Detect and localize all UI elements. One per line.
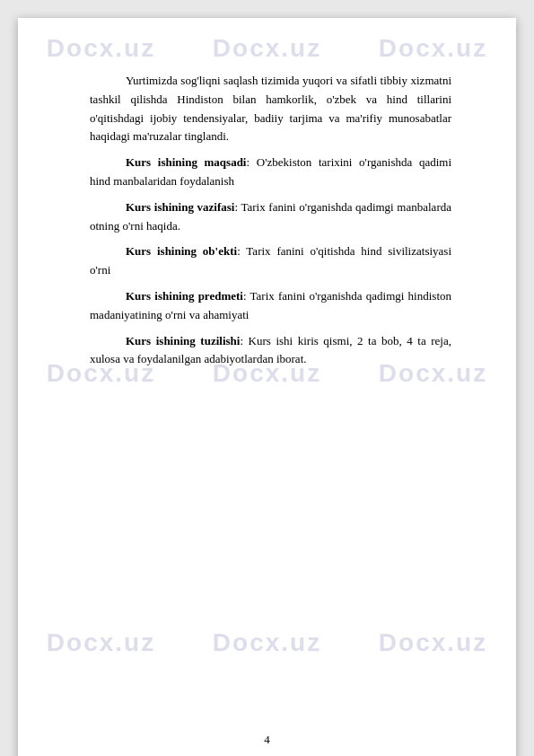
tuzilish-label: Kurs ishining tuzilishi xyxy=(126,334,240,347)
intro-text: Yurtimizda sog'liqni saqlash tizimida yu… xyxy=(90,74,451,143)
maqsad-label: Kurs ishining maqsadi xyxy=(126,155,247,169)
predmet-label: Kurs ishining predmeti xyxy=(126,289,243,303)
watermark-row-top: Docx.uz Docx.uz Docx.uz xyxy=(18,34,516,63)
obekt-label: Kurs ishining ob'ekti xyxy=(126,244,237,258)
vazifa-paragraph: Kurs ishining vazifasi: Tarix fanini o'r… xyxy=(90,198,451,236)
watermark-bot-1: Docx.uz xyxy=(47,629,155,657)
maqsad-paragraph: Kurs ishining maqsadi: O'zbekiston tarix… xyxy=(90,154,451,191)
watermark-bot-2: Docx.uz xyxy=(213,629,321,657)
obekt-paragraph: Kurs ishining ob'ekti: Tarix fanini o'qi… xyxy=(90,242,451,280)
watermark-bot-3: Docx.uz xyxy=(379,629,487,657)
watermark-top-1: Docx.uz xyxy=(47,34,155,63)
page-content: Yurtimizda sog'liqni saqlash tizimida yu… xyxy=(90,72,451,369)
vazifa-label: Kurs ishining vazifasi xyxy=(126,200,234,214)
watermark-top-3: Docx.uz xyxy=(379,34,487,63)
tuzilish-paragraph: Kurs ishining tuzilishi: Kurs ishi kiris… xyxy=(90,332,451,370)
watermark-top-2: Docx.uz xyxy=(213,34,321,63)
watermark-row-bottom: Docx.uz Docx.uz Docx.uz xyxy=(18,629,516,657)
predmet-paragraph: Kurs ishining predmeti: Tarix fanini o'r… xyxy=(90,287,451,325)
page: Docx.uz Docx.uz Docx.uz Docx.uz Docx.uz … xyxy=(18,18,516,756)
page-number: 4 xyxy=(264,733,270,747)
intro-paragraph: Yurtimizda sog'liqni saqlash tizimida yu… xyxy=(90,72,451,146)
